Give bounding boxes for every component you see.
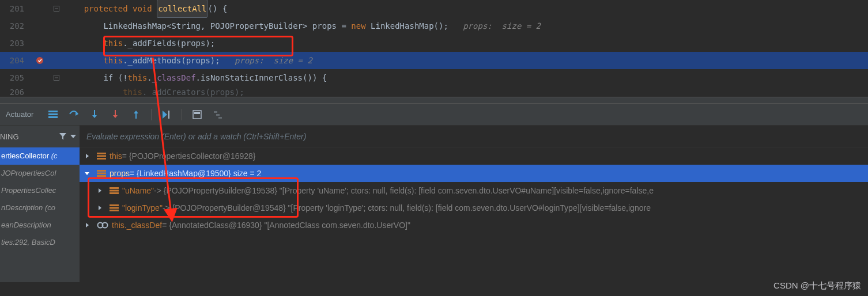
gutter: 201 bbox=[0, 0, 65, 17]
svg-rect-6 bbox=[48, 113, 58, 115]
step-over-icon[interactable] bbox=[68, 109, 80, 120]
variable-name: props bbox=[110, 169, 130, 178]
breakpoint-icon[interactable] bbox=[31, 56, 48, 64]
code-line[interactable]: 205 if (! this . _classDef .isNonStaticI… bbox=[0, 69, 868, 86]
trace-icon[interactable] bbox=[212, 109, 224, 120]
variable-value: -> {POJOPropertyBuilder@19548} "[Propert… bbox=[163, 203, 651, 212]
frame-item[interactable]: nDescription (co bbox=[0, 199, 80, 217]
separator bbox=[151, 109, 152, 120]
fold-icon[interactable] bbox=[48, 6, 65, 12]
object-icon bbox=[110, 204, 119, 211]
svg-rect-18 bbox=[97, 155, 106, 157]
inline-hint: props: size = 2 bbox=[463, 17, 541, 35]
svg-rect-25 bbox=[110, 192, 119, 194]
variable-row[interactable]: "uName" -> {POJOPropertyBuilder@19538} "… bbox=[80, 182, 868, 199]
line-number: 204 bbox=[0, 52, 31, 69]
svg-rect-16 bbox=[218, 117, 222, 119]
tab-actuator[interactable]: Actuator bbox=[0, 110, 39, 119]
keyword: protected bbox=[84, 0, 133, 17]
expand-icon[interactable] bbox=[97, 205, 106, 211]
svg-rect-20 bbox=[97, 170, 106, 172]
code-line[interactable]: 203 this ._addFields(props); bbox=[0, 35, 868, 52]
variable-name: this bbox=[110, 151, 122, 161]
svg-rect-14 bbox=[214, 111, 217, 113]
expand-icon[interactable] bbox=[84, 153, 93, 159]
keyword: this bbox=[103, 52, 123, 69]
line-number: 201 bbox=[0, 0, 31, 17]
svg-rect-13 bbox=[194, 112, 200, 114]
svg-rect-19 bbox=[97, 158, 106, 160]
evaluate-placeholder: Evaluate expression (Enter) or add a wat… bbox=[86, 132, 306, 141]
frames-pane[interactable]: NING ertiesCollector (cJOPropertiesColPr… bbox=[0, 126, 80, 282]
variable-row[interactable]: this = {POJOPropertiesCollector@16928} bbox=[80, 147, 868, 165]
evaluate-input[interactable]: Evaluate expression (Enter) or add a wat… bbox=[80, 126, 868, 147]
expand-icon[interactable] bbox=[84, 222, 93, 228]
frame-item[interactable]: PropertiesCollec bbox=[0, 182, 80, 199]
method-name: collectAll bbox=[157, 0, 207, 18]
object-icon bbox=[110, 187, 119, 194]
keyword: new bbox=[351, 17, 371, 35]
evaluate-icon[interactable] bbox=[191, 109, 203, 120]
code-line[interactable]: 201 protected void collectAll () { bbox=[0, 0, 868, 17]
code-line-current[interactable]: 204 this ._addMethods(props); props: siz… bbox=[0, 52, 868, 69]
variable-name: "loginType" bbox=[122, 203, 163, 212]
debugger-toolbar: Actuator bbox=[0, 104, 868, 126]
force-step-into-icon[interactable] bbox=[110, 109, 121, 120]
variable-row[interactable]: props = {LinkedHashMap@19500} size = 2 bbox=[80, 165, 868, 182]
svg-rect-17 bbox=[97, 153, 106, 154]
stack-icon[interactable] bbox=[47, 109, 59, 120]
variable-value: = {LinkedHashMap@19500} size = 2 bbox=[130, 169, 261, 178]
expand-icon[interactable] bbox=[84, 170, 93, 176]
field-ref: _classDef bbox=[152, 69, 196, 86]
svg-point-2 bbox=[36, 57, 43, 64]
variable-value: = {AnnotatedClass@16930} "[AnnotedClass … bbox=[162, 221, 410, 230]
code-line[interactable]: 202 LinkedHashMap<String, POJOPropertyBu… bbox=[0, 17, 868, 35]
thread-label: NING bbox=[0, 132, 19, 141]
variable-value: = {POJOPropertiesCollector@16928} bbox=[122, 151, 256, 161]
svg-rect-24 bbox=[110, 190, 119, 192]
frame-item[interactable]: eanDescription bbox=[0, 217, 80, 234]
line-number: 206 bbox=[0, 86, 31, 97]
glasses-icon bbox=[97, 222, 108, 229]
svg-rect-23 bbox=[110, 187, 119, 189]
object-icon bbox=[97, 153, 106, 160]
separator bbox=[182, 109, 182, 120]
svg-rect-22 bbox=[97, 175, 106, 177]
frame-item[interactable]: JOPropertiesCol bbox=[0, 165, 80, 182]
svg-rect-21 bbox=[97, 173, 106, 174]
svg-rect-15 bbox=[216, 114, 220, 116]
keyword: void bbox=[133, 0, 157, 17]
variables-pane[interactable]: Evaluate expression (Enter) or add a wat… bbox=[80, 126, 868, 282]
variable-name: this._classDef bbox=[112, 221, 162, 230]
frames-header: NING bbox=[0, 126, 80, 147]
svg-rect-28 bbox=[110, 210, 119, 211]
line-number: 202 bbox=[0, 17, 31, 35]
tool-window-tabs[interactable] bbox=[0, 97, 868, 104]
fold-icon[interactable] bbox=[48, 75, 65, 81]
step-into-icon[interactable] bbox=[89, 109, 100, 120]
frame-item[interactable]: ertiesCollector (c bbox=[0, 147, 80, 165]
inline-hint: props: size = 2 bbox=[235, 52, 312, 69]
watermark: CSDN @十七号程序猿 bbox=[773, 280, 861, 291]
variable-value: -> {POJOPropertyBuilder@19538} "[Propert… bbox=[154, 186, 654, 195]
svg-rect-7 bbox=[48, 116, 58, 118]
svg-rect-5 bbox=[48, 111, 58, 112]
object-icon bbox=[97, 170, 106, 177]
line-number: 203 bbox=[0, 35, 31, 52]
expand-icon[interactable] bbox=[97, 188, 106, 193]
line-number: 205 bbox=[0, 69, 31, 86]
frame-item[interactable]: ties:292, BasicD bbox=[0, 234, 80, 251]
svg-rect-26 bbox=[110, 204, 119, 206]
code-line[interactable]: 206 this ._addCreators(props); bbox=[0, 86, 868, 97]
run-to-cursor-icon[interactable] bbox=[161, 109, 172, 120]
filter-icon[interactable] bbox=[59, 132, 67, 141]
dropdown-icon[interactable] bbox=[70, 135, 76, 138]
variable-row[interactable]: this._classDef = {AnnotatedClass@16930} … bbox=[80, 217, 868, 234]
keyword: this bbox=[103, 35, 123, 52]
variable-row[interactable]: "loginType" -> {POJOPropertyBuilder@1954… bbox=[80, 199, 868, 217]
svg-rect-27 bbox=[110, 207, 119, 209]
code-editor[interactable]: 201 protected void collectAll () { 202 L… bbox=[0, 0, 868, 97]
step-out-icon[interactable] bbox=[130, 109, 142, 120]
keyword: this bbox=[128, 69, 148, 86]
variable-name: "uName" bbox=[122, 186, 154, 195]
